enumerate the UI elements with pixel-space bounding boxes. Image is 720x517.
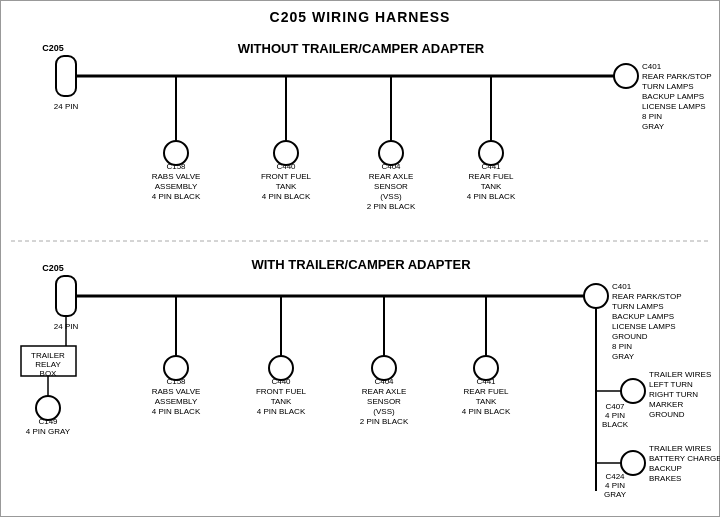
svg-text:C205: C205 [42,263,64,273]
svg-text:BACKUP: BACKUP [649,464,682,473]
svg-text:REAR FUEL: REAR FUEL [469,172,514,181]
svg-text:TRAILER: TRAILER [31,351,65,360]
svg-text:LICENSE LAMPS: LICENSE LAMPS [642,102,706,111]
svg-text:GRAY: GRAY [604,490,627,499]
svg-text:TRAILER WIRES: TRAILER WIRES [649,370,711,379]
svg-text:2 PIN BLACK: 2 PIN BLACK [360,417,409,426]
svg-text:TANK: TANK [271,397,292,406]
svg-text:GROUND: GROUND [612,332,648,341]
svg-text:8 PIN: 8 PIN [612,342,632,351]
svg-text:TURN LAMPS: TURN LAMPS [612,302,664,311]
svg-text:C158: C158 [166,377,186,386]
svg-text:FRONT FUEL: FRONT FUEL [256,387,307,396]
svg-text:RIGHT TURN: RIGHT TURN [649,390,698,399]
svg-text:TANK: TANK [276,182,297,191]
svg-text:FRONT FUEL: FRONT FUEL [261,172,312,181]
svg-text:TANK: TANK [476,397,497,406]
svg-text:SENSOR: SENSOR [367,397,401,406]
svg-text:BRAKES: BRAKES [649,474,681,483]
svg-text:C404: C404 [381,162,401,171]
svg-text:REAR PARK/STOP: REAR PARK/STOP [612,292,682,301]
svg-text:TURN LAMPS: TURN LAMPS [642,82,694,91]
svg-text:REAR AXLE: REAR AXLE [362,387,406,396]
svg-text:LEFT TURN: LEFT TURN [649,380,693,389]
svg-text:RABS VALVE: RABS VALVE [152,172,201,181]
svg-text:4 PIN BLACK: 4 PIN BLACK [257,407,306,416]
svg-text:RELAY: RELAY [35,360,61,369]
svg-text:(VSS): (VSS) [373,407,395,416]
svg-text:4 PIN: 4 PIN [605,481,625,490]
svg-text:C440: C440 [276,162,296,171]
bottom-c424 [621,451,645,475]
svg-text:C440: C440 [271,377,291,386]
svg-text:ASSEMBLY: ASSEMBLY [155,182,198,191]
svg-text:4 PIN BLACK: 4 PIN BLACK [152,192,201,201]
svg-text:2 PIN BLACK: 2 PIN BLACK [367,202,416,211]
svg-text:4 PIN BLACK: 4 PIN BLACK [467,192,516,201]
page: C205 WIRING HARNESS WITHOUT TRAILER/CAMP… [0,0,720,517]
svg-text:MARKER: MARKER [649,400,683,409]
svg-text:RABS VALVE: RABS VALVE [152,387,201,396]
bottom-left-connector [56,276,76,316]
svg-text:SENSOR: SENSOR [374,182,408,191]
svg-text:TRAILER WIRES: TRAILER WIRES [649,444,711,453]
svg-text:4 PIN GRAY: 4 PIN GRAY [26,427,71,436]
svg-text:C424: C424 [605,472,625,481]
svg-text:4 PIN: 4 PIN [605,411,625,420]
bottom-section-title: WITH TRAILER/CAMPER ADAPTER [251,257,471,272]
svg-text:C401: C401 [612,282,632,291]
svg-text:(VSS): (VSS) [380,192,402,201]
top-section-title: WITHOUT TRAILER/CAMPER ADAPTER [238,41,485,56]
top-left-connector [56,56,76,96]
svg-text:C149: C149 [38,417,58,426]
svg-text:GRAY: GRAY [612,352,635,361]
wiring-diagram: WITHOUT TRAILER/CAMPER ADAPTER C205 24 P… [1,1,720,517]
svg-text:REAR FUEL: REAR FUEL [464,387,509,396]
bottom-right-connector-c401 [584,284,608,308]
bottom-c407 [621,379,645,403]
svg-text:8 PIN: 8 PIN [642,112,662,121]
svg-text:4 PIN BLACK: 4 PIN BLACK [462,407,511,416]
svg-text:C404: C404 [374,377,394,386]
svg-text:REAR PARK/STOP: REAR PARK/STOP [642,72,712,81]
svg-text:REAR AXLE: REAR AXLE [369,172,413,181]
svg-text:C407: C407 [605,402,625,411]
svg-text:4 PIN BLACK: 4 PIN BLACK [262,192,311,201]
svg-text:BACKUP LAMPS: BACKUP LAMPS [642,92,704,101]
svg-text:GROUND: GROUND [649,410,685,419]
svg-text:LICENSE LAMPS: LICENSE LAMPS [612,322,676,331]
svg-text:BLACK: BLACK [602,420,629,429]
svg-text:C158: C158 [166,162,186,171]
svg-text:GRAY: GRAY [642,122,665,131]
svg-text:4 PIN BLACK: 4 PIN BLACK [152,407,201,416]
svg-text:24 PIN: 24 PIN [54,102,79,111]
svg-text:BACKUP LAMPS: BACKUP LAMPS [612,312,674,321]
svg-text:C441: C441 [476,377,496,386]
svg-text:C401: C401 [642,62,662,71]
svg-text:TANK: TANK [481,182,502,191]
svg-text:C441: C441 [481,162,501,171]
svg-text:ASSEMBLY: ASSEMBLY [155,397,198,406]
svg-text:BATTERY CHARGE: BATTERY CHARGE [649,454,720,463]
svg-text:C205: C205 [42,43,64,53]
top-right-connector [614,64,638,88]
